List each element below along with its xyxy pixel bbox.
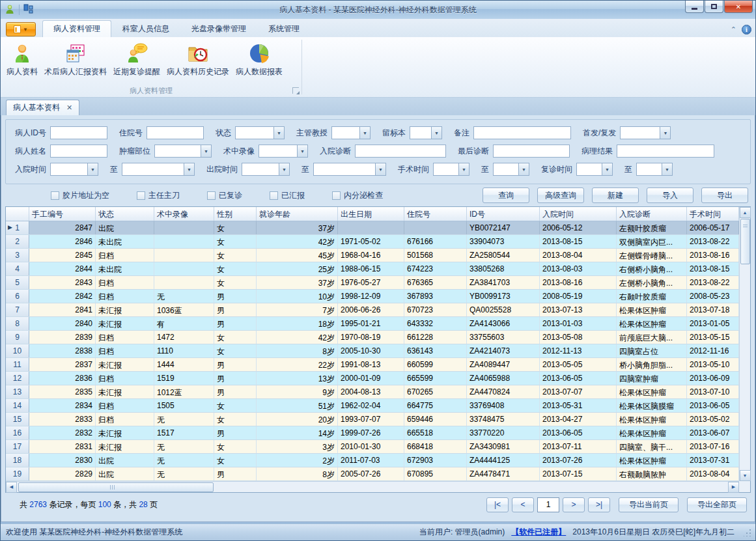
scroll-left-icon[interactable]: ◀ <box>6 482 17 493</box>
table-row[interactable]: 22846未出院女42岁1971-05-02676166339040732013… <box>6 235 739 249</box>
horizontal-scrollbar[interactable]: ◀ ▶ <box>6 481 739 492</box>
vertical-scroll-thumb[interactable] <box>740 219 750 264</box>
row-header[interactable]: 9 <box>6 331 29 344</box>
column-header-10[interactable]: 入院诊断 <box>617 207 687 221</box>
filter-combo[interactable]: ▼ <box>154 145 212 158</box>
filter-input[interactable] <box>50 126 107 139</box>
checkbox-box-icon[interactable] <box>270 191 278 200</box>
ribbon-tab-1[interactable]: 科室人员信息 <box>111 20 180 37</box>
close-button[interactable]: ✕ <box>724 1 753 13</box>
table-row[interactable]: 72841未汇报1036蓝男7岁2006-06-26670723QA002552… <box>6 303 739 317</box>
filter-combo[interactable]: ▼ <box>410 126 442 139</box>
ribbon-button-3[interactable]: 病人资料历史记录 <box>163 40 232 79</box>
checkbox-3[interactable]: 已汇报 <box>270 190 305 201</box>
export-current-page-button[interactable]: 导出当前页 <box>619 497 679 512</box>
checkbox-1[interactable]: 主任主刀 <box>137 190 180 201</box>
table-row[interactable]: 42844未出院女25岁1988-06-15674223338052682013… <box>6 262 739 276</box>
filter-combo[interactable]: ▼ <box>576 163 613 176</box>
last-page-button[interactable]: >| <box>588 497 610 512</box>
ribbon-button-1[interactable]: 术后病人汇报资料 <box>41 40 110 79</box>
combo-dropdown-icon[interactable]: ▼ <box>297 145 307 157</box>
checkbox-4[interactable]: 内分泌检查 <box>332 190 383 201</box>
checkbox-box-icon[interactable] <box>51 191 59 200</box>
row-header[interactable]: 13 <box>6 385 29 398</box>
info-icon[interactable]: i <box>742 25 751 35</box>
column-header-5[interactable]: 就诊年龄 <box>257 207 338 221</box>
export-all-pages-button[interactable]: 导出全部页 <box>687 497 747 512</box>
row-header[interactable]: 17 <box>6 440 29 453</box>
row-header[interactable]: ▶1 <box>6 221 29 234</box>
ribbon-tab-3[interactable]: 系统管理 <box>257 20 311 37</box>
quick-access-tiles-icon[interactable] <box>23 4 33 16</box>
registered-link[interactable]: 【软件已注册】 <box>511 527 566 538</box>
horizontal-scroll-thumb[interactable] <box>18 482 214 492</box>
row-header[interactable]: 11 <box>6 358 29 371</box>
filter-combo[interactable]: ▼ <box>122 163 195 176</box>
checkbox-box-icon[interactable] <box>137 191 145 200</box>
column-header-8[interactable]: ID号 <box>467 207 540 221</box>
filter-combo[interactable]: ▼ <box>50 163 98 176</box>
row-header[interactable]: 3 <box>6 249 29 262</box>
table-row[interactable]: 102838归档1110女8岁2005-10-30636143ZA4214073… <box>6 344 739 358</box>
table-row[interactable]: 172831未汇报无女3岁2010-01-30668418ZA343098120… <box>6 440 739 454</box>
ribbon-button-0[interactable]: 病人资料 <box>3 40 41 79</box>
combo-dropdown-icon[interactable]: ▼ <box>431 127 441 139</box>
dialog-launcher-icon[interactable] <box>292 87 299 94</box>
column-header-11[interactable]: 手术时间 <box>687 207 739 221</box>
ribbon-tab-2[interactable]: 光盘录像带管理 <box>180 20 257 37</box>
ribbon-tab-0[interactable]: 病人资料管理 <box>42 20 111 37</box>
table-row[interactable]: 62842归档无男10岁1998-12-09367893YB0099173200… <box>6 290 739 303</box>
filter-input[interactable] <box>493 145 570 158</box>
column-header-7[interactable]: 住院号 <box>404 207 467 221</box>
ribbon-button-2[interactable]: 近期复诊提醒 <box>110 40 163 79</box>
vertical-scrollbar[interactable]: ▲ ▼ <box>739 207 750 481</box>
filter-combo[interactable]: ▼ <box>493 163 529 176</box>
checkbox-box-icon[interactable] <box>332 191 341 200</box>
scroll-up-icon[interactable]: ▲ <box>740 207 751 218</box>
action-button-0[interactable]: 查询 <box>483 187 529 203</box>
row-header[interactable]: 15 <box>6 413 29 426</box>
resize-grip-icon[interactable] <box>744 529 751 536</box>
table-row[interactable]: 132835未汇报1012蓝男9岁2004-08-13670265ZA44708… <box>6 385 739 399</box>
action-button-4[interactable]: 导出 <box>701 187 748 203</box>
table-row[interactable]: ▶12847出院女37岁YB00721472006-05-12左额叶胶质瘤200… <box>6 221 739 235</box>
row-header[interactable]: 12 <box>6 372 29 385</box>
combo-dropdown-icon[interactable]: ▼ <box>87 163 98 175</box>
table-row[interactable]: 52843归档女37岁1976-05-27676365ZA38417032013… <box>6 276 739 290</box>
filter-combo[interactable]: ▼ <box>235 126 285 139</box>
scroll-down-icon[interactable]: ▼ <box>740 470 751 481</box>
tab-close-icon[interactable]: ✕ <box>66 104 72 112</box>
row-header[interactable]: 16 <box>6 426 29 439</box>
table-row[interactable]: 142834归档1505女51岁1962-02-0466477533769408… <box>6 399 739 413</box>
table-row[interactable]: 82840未汇报有男18岁1995-01-21643332ZA414306620… <box>6 317 739 331</box>
combo-dropdown-icon[interactable]: ▼ <box>359 127 370 139</box>
combo-dropdown-icon[interactable]: ▼ <box>184 163 194 175</box>
first-page-button[interactable]: |< <box>486 497 509 512</box>
filter-combo[interactable]: ▼ <box>259 145 308 158</box>
next-page-button[interactable]: > <box>563 497 585 512</box>
column-header-0[interactable] <box>6 207 29 221</box>
row-header[interactable]: 10 <box>6 344 29 357</box>
row-header[interactable]: 6 <box>6 290 29 303</box>
filter-input[interactable] <box>50 145 107 158</box>
combo-dropdown-icon[interactable]: ▼ <box>660 127 670 139</box>
filter-combo[interactable]: ▼ <box>620 126 671 139</box>
tab-patient-basic-info[interactable]: 病人基本资料 ✕ <box>6 100 79 115</box>
row-header[interactable]: 8 <box>6 317 29 330</box>
filter-input[interactable] <box>617 145 714 158</box>
row-header[interactable]: 14 <box>6 399 29 412</box>
combo-dropdown-icon[interactable]: ▼ <box>375 163 385 175</box>
combo-dropdown-icon[interactable]: ▼ <box>279 163 289 175</box>
column-header-9[interactable]: 入院时间 <box>540 207 617 221</box>
table-row[interactable]: 152833归档无女20岁1993-07-0765944633748475201… <box>6 413 739 426</box>
row-header[interactable]: 2 <box>6 235 29 248</box>
row-header[interactable]: 18 <box>6 454 29 467</box>
filter-input[interactable] <box>355 145 446 158</box>
filter-input[interactable] <box>473 126 571 139</box>
row-header[interactable]: 19 <box>6 467 29 480</box>
table-row[interactable]: 92839归档1472女42岁1970-08-19661228337556032… <box>6 331 739 344</box>
combo-dropdown-icon[interactable]: ▼ <box>518 163 529 175</box>
action-button-2[interactable]: 新建 <box>592 187 639 203</box>
filter-combo[interactable]: ▼ <box>331 126 371 139</box>
filter-combo[interactable]: ▼ <box>313 163 386 176</box>
